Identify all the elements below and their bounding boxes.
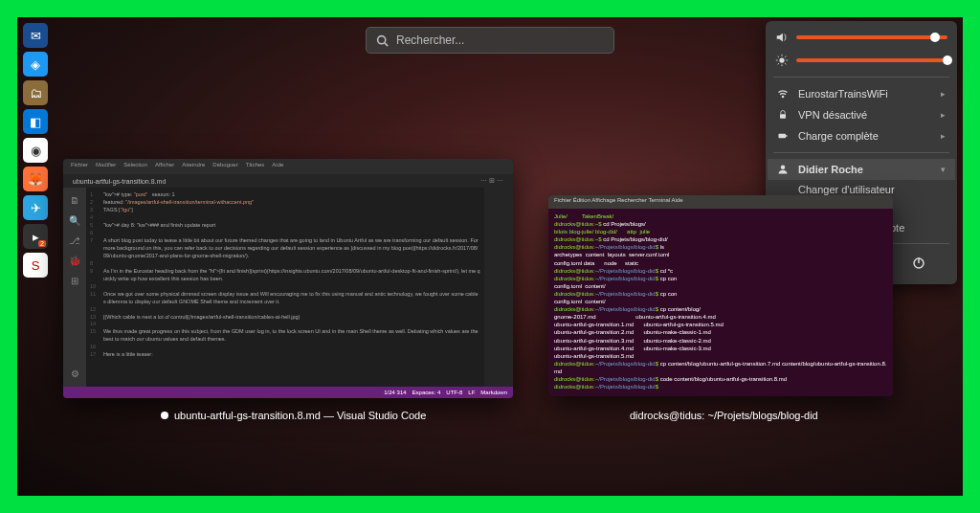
wifi-icon <box>777 88 789 100</box>
vscode-tab-bar[interactable]: ubuntu-artful-gs-transition.8.md ⋯ ⊞ ⋯ <box>63 174 513 188</box>
dock-app-shutter[interactable]: S <box>23 253 48 278</box>
search-icon[interactable]: 🔍 <box>69 215 80 226</box>
battery-item[interactable]: Charge complète ▸ <box>775 125 947 146</box>
svg-point-11 <box>782 96 784 98</box>
chevron-right-icon: ▸ <box>941 131 946 141</box>
wifi-label: EurostarTrainsWiFi <box>798 88 931 100</box>
svg-rect-13 <box>779 134 787 139</box>
battery-icon <box>777 130 789 142</box>
svg-point-0 <box>378 35 386 43</box>
debug-icon[interactable]: 🐞 <box>69 256 80 266</box>
chevron-right-icon: ▸ <box>941 89 946 99</box>
dock-app-kde[interactable]: ◈ <box>23 52 48 77</box>
dock-app-files[interactable]: 🗂 <box>23 80 48 105</box>
vscode-editor[interactable]: 1"kw"># type: "post" season: 12featured:… <box>86 188 484 387</box>
dock: ✉ ◈ 🗂 ◧ ◉ 🦊 ✈ ▸2 S <box>17 17 54 496</box>
brightness-slider-row <box>775 54 947 67</box>
overview-search[interactable]: Rechercher... <box>366 27 614 54</box>
vscode-statusbar[interactable]: 1/24 314Espaces: 4UTF-8LFMarkdown <box>63 387 513 398</box>
vscode-menubar[interactable]: FichierModifierSélectionAfficherAtteindr… <box>63 159 513 174</box>
desktop-overview: Rechercher... ✉ ◈ 🗂 ◧ ◉ 🦊 ✈ ▸2 S Eurosta… <box>17 17 963 496</box>
files-icon[interactable]: 🗎 <box>70 195 79 206</box>
lock-icon <box>777 109 789 121</box>
volume-slider-row <box>775 31 947 44</box>
dock-app-telegram[interactable]: ✈ <box>23 195 48 220</box>
dock-app-terminal[interactable]: ▸2 <box>23 224 48 249</box>
window-title-vscode: ubuntu-artful-gs-transition.8.md — Visua… <box>161 410 426 421</box>
chevron-down-icon: ▾ <box>941 165 946 174</box>
vscode-tab-label: ubuntu-artful-gs-transition.8.md <box>73 178 166 185</box>
dock-app-firefox[interactable]: 🦊 <box>23 167 48 191</box>
brightness-slider[interactable] <box>796 58 947 62</box>
vpn-label: VPN désactivé <box>798 109 931 121</box>
window-terminal[interactable]: Fichier Édition Affichage Rechercher Ter… <box>548 195 893 396</box>
volume-icon <box>775 31 789 44</box>
dock-app-chrome[interactable]: ◉ <box>23 138 48 163</box>
search-placeholder: Rechercher... <box>396 33 464 47</box>
svg-point-15 <box>781 166 786 170</box>
brightness-icon <box>775 54 789 67</box>
svg-line-8 <box>785 63 786 64</box>
search-icon <box>376 34 389 47</box>
svg-point-2 <box>779 57 784 62</box>
svg-rect-12 <box>780 114 786 119</box>
terminal-body[interactable]: Julie/ TakenBreak/didrocks@tidus:~$ cd P… <box>548 209 893 394</box>
user-icon <box>777 164 789 175</box>
dock-app-vscode[interactable]: ◧ <box>23 109 48 134</box>
window-title-terminal: didrocks@tidus: ~/Projets/blogs/blog-did <box>630 410 818 421</box>
svg-line-7 <box>778 56 779 57</box>
git-icon[interactable]: ⎇ <box>69 235 80 246</box>
svg-rect-14 <box>786 135 788 137</box>
user-item[interactable]: Didier Roche ▾ <box>768 159 955 180</box>
vpn-item[interactable]: VPN désactivé ▸ <box>775 104 947 125</box>
gear-icon[interactable]: ⚙ <box>71 368 79 379</box>
volume-slider[interactable] <box>796 35 947 39</box>
vscode-activity-bar[interactable]: 🗎 🔍 ⎇ 🐞 ⊞ ⚙ <box>63 188 86 387</box>
battery-label: Charge complète <box>798 130 931 142</box>
svg-line-10 <box>785 56 786 57</box>
window-vscode[interactable]: FichierModifierSélectionAfficherAtteindr… <box>63 159 513 398</box>
svg-line-1 <box>385 42 388 45</box>
vscode-tab-actions[interactable]: ⋯ ⊞ ⋯ <box>480 177 503 185</box>
user-label: Didier Roche <box>798 164 931 175</box>
terminal-menubar[interactable]: Fichier Édition Affichage Rechercher Ter… <box>548 195 893 209</box>
dock-badge: 2 <box>38 240 46 247</box>
power-icon[interactable] <box>911 256 926 271</box>
svg-line-9 <box>778 63 779 64</box>
extensions-icon[interactable]: ⊞ <box>71 276 78 286</box>
dock-app-thunderbird[interactable]: ✉ <box>23 23 48 48</box>
wifi-item[interactable]: EurostarTrainsWiFi ▸ <box>775 83 947 104</box>
vscode-minimap[interactable] <box>484 188 513 387</box>
chevron-right-icon: ▸ <box>941 110 946 120</box>
